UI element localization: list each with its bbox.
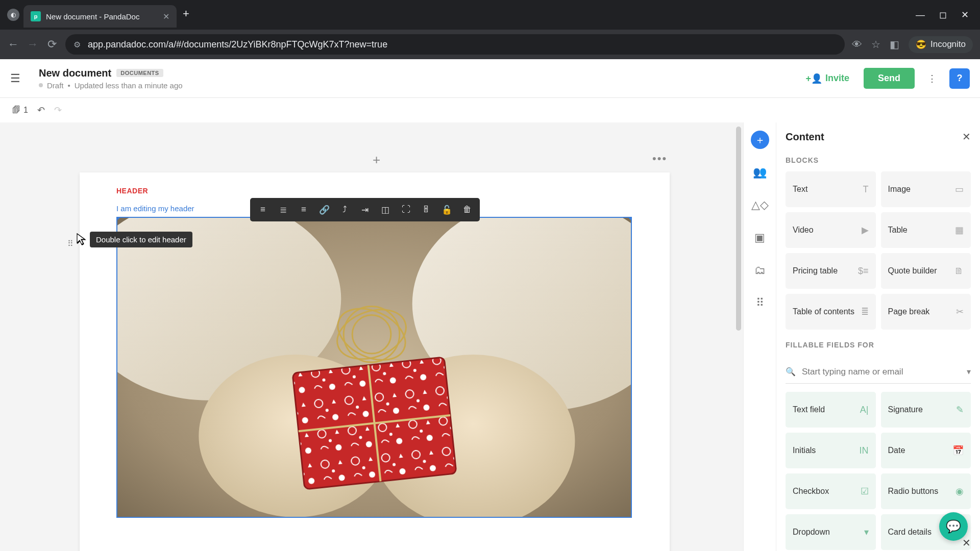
menu-button[interactable]: ☰ <box>10 72 24 85</box>
wrap-button[interactable]: ⇥ <box>355 201 375 218</box>
close-panel-button[interactable]: ✕ <box>962 131 971 143</box>
document-title[interactable]: New document <box>39 67 111 79</box>
content-tab-icon[interactable]: ＋ <box>751 131 769 149</box>
app-header: ☰ New document DOCUMENTS Draft • Updated… <box>0 59 980 98</box>
upload-button[interactable]: ⤴ <box>335 201 354 218</box>
block-table[interactable]: Table▦ <box>881 212 971 248</box>
quote-builder-icon: 🗎 <box>954 266 964 277</box>
browser-tab[interactable]: p New document - PandaDoc ✕ <box>23 5 177 28</box>
side-rail: ＋ 👥 △◇ ▣ 🗂 ⠿ <box>743 122 776 551</box>
star-icon[interactable]: ☆ <box>871 38 880 51</box>
gift-image <box>117 218 631 517</box>
document-page[interactable]: HEADER I am editing my header <box>80 172 670 551</box>
block-checkbox[interactable]: Checkbox☑ <box>786 473 876 509</box>
forward-button: → <box>27 38 39 51</box>
eye-off-icon[interactable]: 👁 <box>852 39 862 51</box>
page-indicator[interactable]: 🗐 1 <box>12 106 28 115</box>
align-left-button[interactable]: ≡ <box>253 201 273 218</box>
page-break-icon: ✂ <box>956 306 964 317</box>
favicon: p <box>31 11 41 21</box>
close-tab-icon[interactable]: ✕ <box>163 12 169 21</box>
scrollbar[interactable] <box>736 127 741 331</box>
send-button[interactable]: Send <box>864 68 915 89</box>
delete-button[interactable]: 🗑 <box>457 201 477 218</box>
site-settings-icon[interactable]: ⚙ <box>74 40 81 49</box>
lock-button[interactable]: 🔓 <box>437 201 456 218</box>
dismiss-icon[interactable]: ✕ <box>962 537 971 549</box>
search-icon: 🔍 <box>786 367 796 377</box>
variables-tab-icon[interactable]: △◇ <box>751 196 769 214</box>
block-quote-builder[interactable]: Quote builder🗎 <box>881 253 971 289</box>
link-button[interactable]: 🔗 <box>314 201 334 218</box>
block-image[interactable]: Image▭ <box>881 171 971 207</box>
crop-button[interactable]: ◫ <box>376 201 395 218</box>
maximize-icon[interactable]: ◻ <box>939 9 947 20</box>
status-dot-icon <box>39 83 43 87</box>
close-window-icon[interactable]: ✕ <box>961 9 969 20</box>
url-field[interactable]: ⚙ app.pandadoc.com/a/#/documents/2UzYiBK… <box>65 34 845 55</box>
block-initials[interactable]: InitialsIN <box>786 433 876 468</box>
canvas[interactable]: + ••• HEADER I am editing my header <box>0 122 743 551</box>
table-of-contents-icon: ≣ <box>861 306 869 317</box>
date-icon: 📅 <box>952 445 964 456</box>
align-center-button[interactable]: ≣ <box>274 201 293 218</box>
invite-icon: +👤 <box>805 73 822 84</box>
recipient-input[interactable] <box>802 367 961 377</box>
align-right-button[interactable]: ≡ <box>294 201 313 218</box>
help-button[interactable]: ? <box>949 68 970 89</box>
drag-handle-icon[interactable]: ⠿ <box>67 239 74 248</box>
page-menu-button[interactable]: ••• <box>652 152 667 165</box>
design-tab-icon[interactable]: 🗂 <box>751 261 769 280</box>
incognito-icon: 😎 <box>916 39 926 50</box>
new-tab-button[interactable]: + <box>183 7 189 20</box>
expand-button[interactable]: ⛶ <box>396 201 415 218</box>
pricing-table-icon: $≡ <box>858 266 869 277</box>
status-label: Draft <box>47 81 64 90</box>
url-text: app.pandadoc.com/a/#/documents/2UzYiBKr8… <box>88 39 387 50</box>
block-pricing-table[interactable]: Pricing table$≡ <box>786 253 876 289</box>
block-text-field[interactable]: Text fieldA| <box>786 392 876 428</box>
panel-title: Content <box>786 131 824 143</box>
block-page-break[interactable]: Page break✂ <box>881 294 971 330</box>
document-chip: DOCUMENTS <box>116 69 163 77</box>
image-block[interactable] <box>116 217 632 518</box>
header-section-label: HEADER <box>116 187 633 195</box>
invite-button[interactable]: +👤 Invite <box>798 69 856 88</box>
content-panel: Content ✕ BLOCKS TextTImage▭Video▶Table▦… <box>776 122 980 551</box>
fillable-section-label: FILLABLE FIELDS FOR <box>786 341 971 349</box>
block-radio-buttons[interactable]: Radio buttons◉ <box>881 473 971 509</box>
text-field-icon: A| <box>860 405 869 415</box>
recipient-search[interactable]: 🔍 ▾ <box>786 360 971 384</box>
layout-tab-icon[interactable]: ▣ <box>751 229 769 247</box>
reload-button[interactable]: ⟳ <box>46 38 58 51</box>
updated-label: Updated less than a minute ago <box>75 81 183 90</box>
header-tooltip: Double click to edit header <box>90 232 192 247</box>
video-icon: ▶ <box>862 224 869 236</box>
blocks-section-label: BLOCKS <box>786 156 971 164</box>
more-button[interactable]: ⋮ <box>922 68 942 89</box>
adjust-button[interactable]: 🎚 <box>416 201 436 218</box>
block-date[interactable]: Date📅 <box>881 433 971 468</box>
block-dropdown[interactable]: Dropdown▾ <box>786 514 876 550</box>
recipients-tab-icon[interactable]: 👥 <box>751 163 769 182</box>
incognito-badge[interactable]: 😎 Incognito <box>909 36 973 53</box>
checkbox-icon: ☑ <box>861 486 869 497</box>
back-button[interactable]: ← <box>7 38 19 51</box>
block-signature[interactable]: Signature✎ <box>881 392 971 428</box>
chevron-down-icon[interactable]: ▾ <box>967 367 971 377</box>
block-text[interactable]: TextT <box>786 171 876 207</box>
chat-button[interactable]: 💬 <box>939 512 968 541</box>
minimize-icon[interactable]: ― <box>916 10 925 20</box>
initials-icon: IN <box>860 445 869 456</box>
redo-button: ↷ <box>54 105 62 116</box>
add-block-button[interactable]: + <box>373 152 380 168</box>
radio-buttons-icon: ◉ <box>955 486 964 497</box>
panel-icon[interactable]: ◧ <box>890 38 899 51</box>
block-video[interactable]: Video▶ <box>786 212 876 248</box>
undo-button[interactable]: ↶ <box>37 105 45 116</box>
dropdown-icon: ▾ <box>864 527 869 538</box>
secondary-toolbar: 🗐 1 ↶ ↷ <box>0 98 980 122</box>
apps-tab-icon[interactable]: ⠿ <box>751 294 769 312</box>
block-table-of-contents[interactable]: Table of contents≣ <box>786 294 876 330</box>
window-icon: ◐ <box>7 9 19 21</box>
